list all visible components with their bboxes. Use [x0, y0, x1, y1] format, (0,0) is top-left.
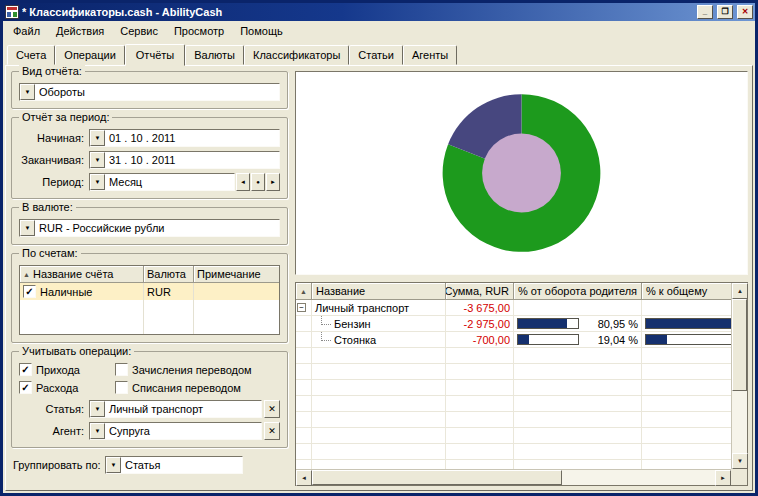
menu-actions[interactable]: Действия	[48, 22, 112, 40]
report-col-parent-pct[interactable]: % от оборота родителя	[514, 283, 642, 300]
reports-page: Вид отчёта: ▼ Обороты Отчёт за период: Н…	[5, 65, 753, 491]
group-operations-title: Учитывать операции:	[19, 345, 134, 357]
group-by-combo[interactable]: ▼ Статья	[105, 456, 243, 474]
group-by-label: Группировать по:	[13, 459, 105, 471]
period-end-field[interactable]: ▼ 31 . 10 . 2011	[89, 151, 280, 169]
dropdown-icon[interactable]: ▼	[20, 220, 35, 236]
report-table: ▲ Название Сумма, RUR % от оборота родит…	[295, 282, 748, 486]
menu-view[interactable]: Просмотр	[166, 22, 232, 40]
accounts-col-name-label: Название счёта	[33, 268, 113, 280]
tab-agents[interactable]: Агенты	[403, 45, 457, 65]
article-clear-button[interactable]: ✕	[264, 400, 280, 418]
report-row-child[interactable]: Стоянка -700,00 19,04 %	[296, 332, 731, 348]
menu-service[interactable]: Сервис	[112, 22, 166, 40]
checkbox-transfer-out[interactable]	[115, 381, 128, 394]
report-row-parent[interactable]: − Личный транспорт -3 675,00	[296, 300, 731, 316]
scroll-right-button[interactable]: ►	[715, 470, 731, 486]
scroll-left-button[interactable]: ◄	[296, 470, 312, 486]
account-row-empty	[20, 300, 279, 317]
period-prev-button[interactable]: ◄	[236, 173, 250, 191]
app-window: * Классификаторы.cash - AbilityCash _ ❐ …	[0, 0, 758, 496]
group-by-row: Группировать по: ▼ Статья	[11, 456, 288, 474]
checkbox-income[interactable]: ✓	[19, 363, 32, 376]
parent-pct-label: 80,95 %	[598, 318, 638, 330]
group-report-type: Вид отчёта: ▼ Обороты	[11, 71, 288, 109]
dropdown-icon[interactable]: ▼	[90, 130, 105, 146]
report-row-name: Бензин	[334, 318, 371, 330]
agent-clear-button[interactable]: ✕	[264, 422, 280, 440]
parent-pct-bar	[517, 318, 579, 329]
report-col-total-pct[interactable]: % к общему	[642, 283, 731, 300]
report-sort-indicator[interactable]: ▲	[296, 283, 312, 300]
accounts-col-name[interactable]: ▲ Название счёта	[20, 266, 144, 283]
menu-help[interactable]: Помощь	[232, 22, 291, 40]
checkbox-transfer-in[interactable]	[115, 363, 128, 376]
period-start-field[interactable]: ▼ 01 . 10 . 2011	[89, 129, 280, 147]
currency-combo[interactable]: ▼ RUR - Российские рубли	[19, 219, 280, 237]
tab-articles[interactable]: Статьи	[349, 45, 403, 65]
period-next-button[interactable]: ►	[266, 173, 280, 191]
title-bar[interactable]: * Классификаторы.cash - AbilityCash _ ❐ …	[3, 3, 755, 21]
donut-chart	[296, 72, 747, 274]
group-currency: В валюте: ▼ RUR - Российские рубли	[11, 207, 288, 245]
account-name: Наличные	[40, 286, 92, 298]
collapse-icon[interactable]: −	[297, 303, 306, 312]
period-start-value: 01 . 10 . 2011	[105, 130, 179, 146]
period-step-combo[interactable]: ▼ Месяц	[89, 173, 235, 191]
report-table-body: − Личный транспорт -3 675,00 Бензин	[296, 300, 731, 469]
report-row-name: Стоянка	[334, 334, 376, 346]
report-row-empty	[296, 380, 731, 396]
accounts-col-currency[interactable]: Валюта	[144, 266, 194, 283]
horizontal-scrollbar[interactable]: ◄ ►	[296, 469, 731, 485]
scrollbar-corner	[731, 469, 747, 485]
tab-reports[interactable]: Отчёты	[125, 44, 185, 66]
menu-file[interactable]: Файл	[5, 22, 48, 40]
minimize-button[interactable]: _	[697, 5, 713, 19]
period-step-value: Месяц	[105, 174, 146, 190]
window-title: * Классификаторы.cash - AbilityCash	[22, 4, 693, 20]
report-panel: ▲ Название Сумма, RUR % от оборота родит…	[295, 71, 748, 486]
agent-combo[interactable]: ▼ Супруга	[89, 422, 262, 440]
tab-operations[interactable]: Операции	[55, 45, 124, 65]
tab-currencies[interactable]: Валюты	[185, 45, 244, 65]
dropdown-icon[interactable]: ▼	[90, 174, 105, 190]
dropdown-icon[interactable]: ▼	[106, 457, 121, 473]
scroll-down-button[interactable]: ▼	[732, 453, 748, 469]
report-col-name[interactable]: Название	[312, 283, 446, 300]
dropdown-icon[interactable]: ▼	[90, 423, 105, 439]
dropdown-icon[interactable]: ▼	[20, 84, 35, 100]
accounts-table-header: ▲ Название счёта Валюта Примечание	[20, 266, 279, 283]
vertical-scrollbar[interactable]: ▲ ▼	[731, 283, 747, 469]
chart-area	[295, 71, 748, 275]
article-label: Статья:	[19, 403, 89, 415]
report-type-combo[interactable]: ▼ Обороты	[19, 83, 280, 101]
report-col-sum[interactable]: Сумма, RUR	[446, 283, 514, 300]
menu-bar: Файл Действия Сервис Просмотр Помощь	[3, 21, 755, 41]
period-start-label: Начиная:	[19, 132, 89, 144]
checkbox-expense[interactable]: ✓	[19, 381, 32, 394]
accounts-table: ▲ Название счёта Валюта Примечание ✓ Нал…	[19, 265, 280, 335]
article-combo[interactable]: ▼ Личный транспорт	[89, 400, 262, 418]
checkbox-expense-label: Расхода	[36, 382, 78, 394]
tab-accounts[interactable]: Счета	[7, 45, 55, 65]
dropdown-icon[interactable]: ▼	[90, 152, 105, 168]
accounts-col-note[interactable]: Примечание	[194, 266, 279, 283]
maximize-button[interactable]: ❐	[717, 5, 733, 19]
dropdown-icon[interactable]: ▼	[90, 401, 105, 417]
report-row-empty	[296, 364, 731, 380]
parent-pct-label: 19,04 %	[598, 334, 638, 346]
close-button[interactable]: ✕	[737, 5, 753, 19]
account-note	[194, 283, 279, 300]
group-accounts-title: По счетам:	[19, 247, 81, 259]
report-row-child[interactable]: Бензин -2 975,00 80,95 %	[296, 316, 731, 332]
horizontal-scrollbar-thumb[interactable]	[312, 470, 562, 485]
account-row[interactable]: ✓ Наличные RUR	[20, 283, 279, 300]
period-current-button[interactable]: ●	[251, 173, 265, 191]
scroll-up-button[interactable]: ▲	[732, 283, 748, 299]
account-checkbox[interactable]: ✓	[23, 285, 36, 298]
vertical-scrollbar-thumb[interactable]	[732, 299, 747, 391]
article-value: Личный транспорт	[105, 401, 207, 417]
sort-asc-icon: ▲	[300, 288, 307, 295]
checkbox-income-label: Прихода	[36, 364, 80, 376]
tab-classifiers[interactable]: Классификаторы	[244, 45, 349, 65]
